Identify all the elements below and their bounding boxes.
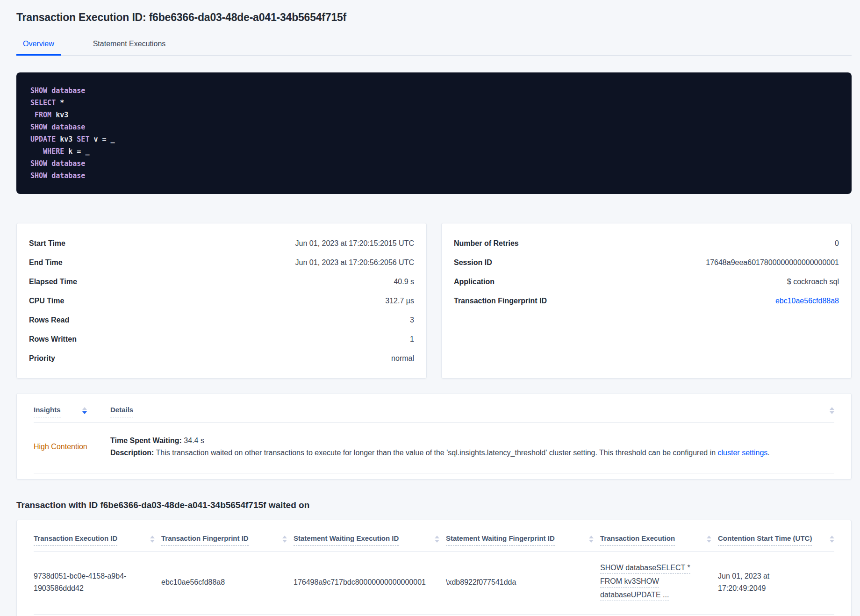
sort-desc-icon[interactable] — [82, 406, 87, 414]
sort-icon[interactable] — [150, 534, 155, 543]
insight-row: High Contention Time Spent Waiting: 34.4… — [34, 423, 834, 473]
kv-label: Rows Written — [29, 335, 77, 344]
cell-contention-start-time: Jun 01, 2023 at 17:20:49:2049 — [718, 570, 834, 595]
column-header-statement-waiting-fingerprint-id[interactable]: Statement Waiting Fingerprint ID — [446, 534, 600, 546]
sql-line: SHOW database — [30, 121, 838, 133]
column-header-insights[interactable]: Insights — [34, 406, 110, 417]
sql-line: SELECT * — [30, 97, 838, 109]
column-label: Insights — [34, 406, 61, 417]
kv-row-application: Application $ cockroach sql — [454, 272, 839, 291]
transaction-execution-link[interactable]: databaseUPDATE ... — [600, 590, 669, 601]
sql-keyword: SHOW database — [30, 172, 85, 180]
insights-table: Insights Details High Contention Time Sp… — [16, 393, 852, 480]
kv-value: normal — [391, 354, 414, 363]
sql-keyword: FROM — [30, 111, 51, 119]
sql-keyword: SELECT — [30, 99, 56, 107]
kv-row-rows-written: Rows Written 1 — [29, 329, 414, 349]
sql-statements-box: SHOW database SELECT * FROM kv3 SHOW dat… — [16, 72, 852, 194]
sql-line: SHOW database — [30, 158, 838, 170]
kv-row-cpu-time: CPU Time 312.7 µs — [29, 291, 414, 310]
kv-label: Start Time — [29, 239, 65, 248]
description-text: This transaction waited on other transac… — [154, 449, 717, 457]
column-header-transaction-fingerprint-id[interactable]: Transaction Fingerprint ID — [161, 534, 294, 546]
kv-row-transaction-fingerprint-id: Transaction Fingerprint ID ebc10ae56cfd8… — [454, 291, 839, 310]
column-label: Transaction Execution ID — [34, 534, 117, 546]
kv-label: Rows Read — [29, 316, 69, 324]
kv-value: Jun 01, 2023 at 17:20:56:2056 UTC — [295, 258, 414, 267]
sql-keyword: UPDATE — [30, 135, 56, 143]
insights-table-header: Insights Details — [34, 394, 834, 423]
time-spent-waiting-value: 34.4 s — [182, 437, 204, 444]
tab-statement-executions[interactable]: Statement Executions — [86, 36, 172, 55]
kv-value: Jun 01, 2023 at 17:20:15:2015 UTC — [295, 239, 414, 248]
sql-identifier: v = _ — [89, 135, 115, 143]
column-label: Transaction Fingerprint ID — [161, 534, 249, 546]
transaction-fingerprint-link[interactable]: ebc10ae56cfd88a8 — [775, 297, 839, 305]
waited-on-heading: Transaction with ID f6be6366-da03-48de-a… — [16, 500, 852, 510]
waited-on-table-header: Transaction Execution ID Transaction Fin… — [34, 520, 834, 552]
sort-icon[interactable] — [830, 406, 834, 414]
cell-transaction-execution-id: 9738d051-bc0e-4158-a9b4-1903586ddd42 — [34, 570, 161, 595]
kv-row-session-id: Session ID 17648a9eea6017800000000000000… — [454, 253, 839, 272]
sql-keyword: WHERE — [30, 147, 64, 156]
sql-line: SHOW database — [30, 85, 838, 97]
cell-statement-waiting-fingerprint-id: \xdb8922f077541dda — [446, 576, 600, 588]
cell-transaction-fingerprint-id: ebc10ae56cfd88a8 — [161, 576, 294, 588]
sort-icon[interactable] — [282, 534, 287, 543]
kv-label: Application — [454, 278, 494, 286]
kv-row-retries: Number of Retries 0 — [454, 234, 839, 253]
sort-icon[interactable] — [435, 534, 439, 543]
kv-value: 3 — [410, 316, 414, 324]
transaction-execution-link[interactable]: SHOW databaseSELECT * — [600, 563, 690, 574]
insight-details: Time Spent Waiting: 34.4 s Description: … — [110, 435, 834, 459]
sql-line: FROM kv3 — [30, 109, 838, 121]
sql-keyword: SET — [72, 135, 89, 143]
kv-value: 312.7 µs — [385, 297, 414, 305]
description-suffix: . — [767, 449, 769, 457]
sql-identifier: kv3 — [56, 135, 72, 143]
sql-keyword: SHOW database — [30, 86, 85, 95]
sql-line: SHOW database — [30, 170, 838, 182]
sql-identifier: kv3 — [51, 111, 68, 119]
column-header-statement-waiting-execution-id[interactable]: Statement Waiting Execution ID — [294, 534, 446, 546]
summary-cards-row: Start Time Jun 01, 2023 at 17:20:15:2015… — [16, 223, 852, 379]
kv-row-rows-read: Rows Read 3 — [29, 310, 414, 329]
column-header-details[interactable]: Details — [110, 406, 830, 417]
execution-attributes-card: Number of Retries 0 Session ID 17648a9ee… — [441, 223, 852, 379]
kv-value: 1 — [410, 335, 414, 344]
insight-name: High Contention — [34, 443, 110, 451]
sql-identifier: k = _ — [64, 147, 89, 156]
column-header-transaction-execution-id[interactable]: Transaction Execution ID — [34, 534, 161, 546]
description-label: Description: — [110, 449, 154, 457]
sort-icon[interactable] — [707, 534, 711, 543]
sort-icon[interactable] — [589, 534, 594, 543]
tab-bar: Overview Statement Executions — [16, 36, 852, 56]
kv-row-end-time: End Time Jun 01, 2023 at 17:20:56:2056 U… — [29, 253, 414, 272]
kv-label: Session ID — [454, 258, 492, 267]
column-label: Transaction Execution — [600, 534, 675, 546]
kv-value: 40.9 s — [394, 278, 414, 286]
transaction-execution-link[interactable]: FROM kv3SHOW — [600, 577, 659, 587]
kv-value: 0 — [835, 239, 839, 248]
kv-label: Priority — [29, 354, 55, 363]
column-header-contention-start-time[interactable]: Contention Start Time (UTC) — [718, 534, 834, 546]
sql-keyword: SHOW database — [30, 123, 85, 131]
kv-value: 17648a9eea6017800000000000000001 — [706, 258, 839, 267]
kv-label: Transaction Fingerprint ID — [454, 297, 547, 305]
tab-overview[interactable]: Overview — [16, 36, 61, 56]
column-header-transaction-execution[interactable]: Transaction Execution — [600, 534, 718, 546]
column-label: Statement Waiting Fingerprint ID — [446, 534, 555, 546]
sort-icon[interactable] — [830, 534, 834, 543]
page-title: Transaction Execution ID: f6be6366-da03-… — [16, 11, 852, 24]
kv-value: $ cockroach sql — [787, 278, 839, 286]
kv-row-start-time: Start Time Jun 01, 2023 at 17:20:15:2015… — [29, 234, 414, 253]
time-spent-waiting-label: Time Spent Waiting: — [110, 437, 182, 444]
kv-label: End Time — [29, 258, 63, 267]
kv-row-priority: Priority normal — [29, 349, 414, 368]
column-label: Contention Start Time (UTC) — [718, 534, 812, 546]
cell-statement-waiting-execution-id: 176498a9c717bdc80000000000000001 — [294, 576, 446, 588]
sql-keyword: SHOW database — [30, 159, 85, 168]
cell-transaction-execution: SHOW databaseSELECT * FROM kv3SHOW datab… — [600, 563, 718, 601]
waited-on-table: Transaction Execution ID Transaction Fin… — [16, 520, 852, 616]
cluster-settings-link[interactable]: cluster settings — [718, 449, 768, 457]
